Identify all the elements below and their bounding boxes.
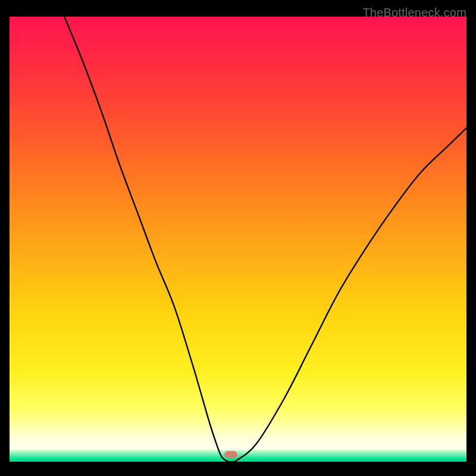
curve-svg bbox=[10, 17, 466, 462]
bottleneck-curve bbox=[64, 17, 466, 462]
plot-area bbox=[10, 17, 466, 462]
chart-frame: TheBottleneck.com bbox=[10, 6, 466, 470]
minimum-marker bbox=[224, 451, 237, 458]
